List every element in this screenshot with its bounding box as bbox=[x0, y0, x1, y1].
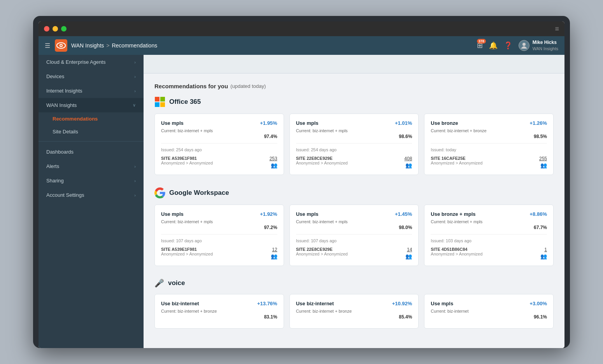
users-icon: 👥 bbox=[540, 162, 547, 168]
card-improvement: +1.01% bbox=[395, 120, 412, 126]
title-bar: ≡ bbox=[39, 21, 564, 36]
microphone-icon: 🎤 bbox=[154, 278, 164, 288]
user-menu[interactable]: Mike Hicks WAN Insights bbox=[519, 40, 558, 51]
card-rec-label: Use bronze bbox=[431, 120, 458, 126]
svg-rect-7 bbox=[155, 102, 160, 107]
users-icon: 👥 bbox=[271, 162, 277, 168]
username: Mike Hicks bbox=[533, 40, 558, 46]
card-rec-label: Use biz-internet bbox=[161, 301, 199, 306]
card-current: Current: biz-internet + mpls bbox=[161, 128, 277, 133]
office365-card-0[interactable]: Use mpls +1.95% Current: biz-internet + … bbox=[154, 114, 284, 175]
help-icon[interactable]: ❓ bbox=[504, 41, 512, 50]
minimize-button[interactable] bbox=[53, 26, 58, 32]
card-issued: Issued: today bbox=[431, 147, 547, 152]
card-site: SITE 22E8CE929E bbox=[296, 156, 348, 161]
card-divider bbox=[431, 234, 547, 234]
maximize-button[interactable] bbox=[61, 26, 67, 32]
card-current: Current: biz-internet + mpls bbox=[296, 128, 412, 133]
card-improvement: +3.00% bbox=[530, 301, 547, 306]
sidebar-sub-recommendations[interactable]: Recommendations bbox=[39, 112, 144, 125]
card-issued: Issued: 103 days ago bbox=[431, 238, 547, 243]
bell-icon[interactable]: 🔔 bbox=[489, 41, 498, 50]
office365-card-1[interactable]: Use mpls +1.01% Current: biz-internet + … bbox=[289, 114, 419, 175]
chevron-right-icon: › bbox=[134, 178, 136, 183]
card-issued: Issued: 254 days ago bbox=[161, 147, 277, 152]
users-icon: 👥 bbox=[540, 253, 547, 259]
sidebar-label-cloud: Cloud & Enterprise Agents bbox=[46, 59, 105, 65]
card-current: Current: biz-internet + mpls bbox=[161, 219, 277, 224]
sidebar-sub-label-recommendations: Recommendations bbox=[53, 116, 98, 122]
card-rec-label: Use mpls bbox=[161, 211, 184, 217]
card-count: 255 bbox=[539, 156, 547, 161]
sidebar-item-wan-insights[interactable]: WAN Insights ∨ bbox=[39, 98, 144, 112]
notifications-badge[interactable]: ⊞ 378 bbox=[477, 41, 483, 50]
sidebar: Cloud & Enterprise Agents › Devices › In… bbox=[39, 55, 144, 348]
section-updated: (updated today) bbox=[230, 83, 266, 89]
sidebar-label-alerts: Alerts bbox=[46, 163, 59, 169]
sidebar-label-sharing: Sharing bbox=[46, 178, 64, 184]
chevron-right-icon: › bbox=[134, 193, 136, 198]
chevron-right-icon: › bbox=[134, 89, 136, 93]
close-button[interactable] bbox=[44, 26, 49, 32]
chevron-down-icon: ∨ bbox=[133, 103, 136, 108]
card-count: 1 bbox=[544, 247, 547, 252]
card-current: Current: biz-internet bbox=[431, 309, 547, 313]
card-current: Current: biz-internet + bronze bbox=[296, 309, 412, 313]
svg-point-4 bbox=[522, 43, 526, 46]
office365-card-2[interactable]: Use bronze +1.26% Current: biz-internet … bbox=[424, 114, 554, 175]
office365-section: Office 365 Use mpls +1.95% Current: biz-… bbox=[154, 96, 554, 175]
office365-name: Office 365 bbox=[169, 98, 201, 106]
card-site: SITE 16CAFE25E bbox=[431, 156, 482, 161]
card-improvement: +8.86% bbox=[530, 211, 547, 217]
sidebar-label-internet: Internet Insights bbox=[46, 88, 82, 94]
card-issued: Issued: 107 days ago bbox=[296, 238, 412, 243]
card-improvement: +1.26% bbox=[530, 120, 547, 126]
sidebar-item-devices[interactable]: Devices › bbox=[39, 69, 144, 84]
google-card-0[interactable]: Use mpls +1.92% Current: biz-internet + … bbox=[154, 205, 284, 266]
breadcrumb-current: Recommendations bbox=[112, 42, 157, 49]
card-rec-label: Use mpls bbox=[296, 120, 319, 126]
title-bar-menu-icon[interactable]: ≡ bbox=[555, 25, 559, 33]
voice-card-0[interactable]: Use biz-internet +13.76% Current: biz-in… bbox=[154, 294, 284, 329]
google-card-2[interactable]: Use bronze + mpls +8.86% Current: biz-in… bbox=[424, 205, 554, 266]
office365-icon bbox=[154, 96, 165, 107]
card-current: Current: biz-internet + mpls bbox=[431, 219, 547, 224]
card-divider bbox=[431, 143, 547, 144]
card-route: Anonymized > Anonymized bbox=[296, 252, 348, 256]
card-route: Anonymized > Anonymized bbox=[296, 161, 348, 165]
card-score: 97.4% bbox=[264, 134, 277, 139]
voice-card-1[interactable]: Use biz-internet +10.92% Current: biz-in… bbox=[289, 294, 419, 329]
svg-rect-6 bbox=[160, 97, 165, 102]
sidebar-item-dashboards[interactable]: Dashboards bbox=[39, 145, 144, 159]
breadcrumb: WAN Insights > Recommendations bbox=[71, 42, 157, 49]
voice-card-2[interactable]: Use mpls +3.00% Current: biz-internet 96… bbox=[424, 294, 554, 329]
card-route: Anonymized > Anonymized bbox=[431, 161, 482, 165]
breadcrumb-parent[interactable]: WAN Insights bbox=[71, 42, 104, 49]
svg-point-3 bbox=[60, 45, 62, 46]
sidebar-item-cloud-agents[interactable]: Cloud & Enterprise Agents › bbox=[39, 55, 144, 69]
sidebar-label-wan: WAN Insights bbox=[46, 102, 77, 108]
card-site: SITE 4D51B86C84 bbox=[431, 247, 482, 252]
card-divider bbox=[296, 143, 412, 144]
google-icon bbox=[154, 187, 165, 198]
sidebar-item-alerts[interactable]: Alerts › bbox=[39, 159, 144, 173]
sidebar-sub-label-site-details: Site Details bbox=[53, 129, 78, 135]
office365-cards: Use mpls +1.95% Current: biz-internet + … bbox=[154, 114, 554, 175]
sidebar-item-sharing[interactable]: Sharing › bbox=[39, 173, 144, 188]
content-body: Recommendations for you (updated today) bbox=[144, 74, 564, 348]
main-layout: Cloud & Enterprise Agents › Devices › In… bbox=[39, 55, 564, 348]
sidebar-item-account-settings[interactable]: Account Settings › bbox=[39, 188, 144, 202]
card-score: 67.7% bbox=[534, 225, 547, 230]
voice-section: 🎤 voice Use biz-internet +13.76% Current… bbox=[154, 278, 554, 329]
google-card-1[interactable]: Use mpls +1.45% Current: biz-internet + … bbox=[289, 205, 419, 266]
card-improvement: +1.95% bbox=[260, 120, 277, 126]
card-site: SITE A539E1F981 bbox=[161, 247, 213, 252]
card-rec-label: Use mpls bbox=[161, 120, 184, 126]
sidebar-sub-site-details[interactable]: Site Details bbox=[39, 125, 144, 138]
nav-hamburger[interactable]: ☰ bbox=[45, 42, 50, 49]
card-site: SITE A539E1F981 bbox=[161, 156, 213, 161]
chevron-right-icon: › bbox=[134, 74, 136, 79]
card-route: Anonymized > Anonymized bbox=[161, 252, 213, 256]
card-count: 408 bbox=[404, 156, 412, 161]
sidebar-item-internet-insights[interactable]: Internet Insights › bbox=[39, 84, 144, 98]
